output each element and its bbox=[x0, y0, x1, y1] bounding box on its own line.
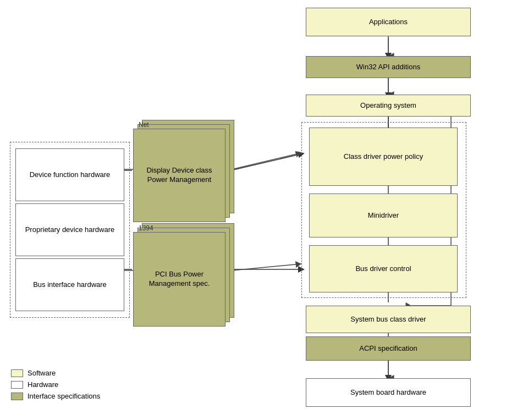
device-function-box: Device function hardware bbox=[15, 148, 124, 201]
win32api-box: Win32 API additions bbox=[306, 56, 471, 78]
pci-bus-label: PCI Bus Power Management spec. bbox=[137, 270, 222, 289]
legend-interface-label: Interface specifications bbox=[28, 392, 100, 400]
legend-hardware: Hardware bbox=[11, 380, 100, 389]
device-function-label: Device function hardware bbox=[30, 170, 111, 180]
legend-interface: Interface specifications bbox=[11, 392, 100, 400]
proprietary-device-label: Proprietary device hardware bbox=[25, 225, 115, 235]
svg-line-19 bbox=[232, 264, 301, 270]
bus-interface-box: Bus interface hardware bbox=[15, 258, 124, 311]
legend-hardware-label: Hardware bbox=[28, 380, 58, 389]
applications-box: Applications bbox=[306, 8, 471, 36]
win32api-label: Win32 API additions bbox=[356, 63, 420, 72]
acpi-label: ACPI specification bbox=[359, 344, 417, 353]
svg-line-17 bbox=[232, 153, 301, 169]
system-bus-class-box: System bus class driver bbox=[306, 306, 471, 333]
minidriver-box: Minidriver bbox=[309, 194, 458, 237]
class-driver-power-box: Class driver power policy bbox=[309, 128, 458, 186]
bus-driver-control-label: Bus driver control bbox=[355, 264, 411, 274]
applications-label: Applications bbox=[369, 18, 408, 27]
net-label: Net bbox=[139, 121, 149, 129]
legend-hardware-box bbox=[11, 381, 23, 389]
os-box: Operating system bbox=[306, 95, 471, 117]
system-bus-class-label: System bus class driver bbox=[350, 315, 426, 324]
display-device-box: Display Device class Power Management bbox=[133, 129, 226, 222]
pci-bus-box: PCI Bus Power Management spec. bbox=[133, 232, 226, 327]
system-board-label: System board hardware bbox=[350, 388, 426, 397]
legend-software-label: Software bbox=[28, 369, 56, 377]
legend: Software Hardware Interface specificatio… bbox=[11, 369, 100, 404]
legend-software: Software bbox=[11, 369, 100, 377]
svg-line-2 bbox=[231, 154, 301, 170]
os-label: Operating system bbox=[360, 101, 416, 110]
bus-interface-label: Bus interface hardware bbox=[33, 280, 107, 290]
acpi-box: ACPI specification bbox=[306, 336, 471, 361]
bus-driver-control-box: Bus driver control bbox=[309, 245, 458, 292]
display-device-label: Display Device class Power Management bbox=[137, 166, 222, 185]
class-driver-power-label: Class driver power policy bbox=[344, 152, 424, 162]
minidriver-label: Minidriver bbox=[368, 211, 399, 220]
system-board-box: System board hardware bbox=[306, 378, 471, 407]
diagram-container: Applications Win32 API additions Operati… bbox=[0, 0, 528, 420]
legend-software-box bbox=[11, 369, 23, 377]
legend-interface-box bbox=[11, 393, 23, 400]
proprietary-device-box: Proprietary device hardware bbox=[15, 203, 124, 256]
